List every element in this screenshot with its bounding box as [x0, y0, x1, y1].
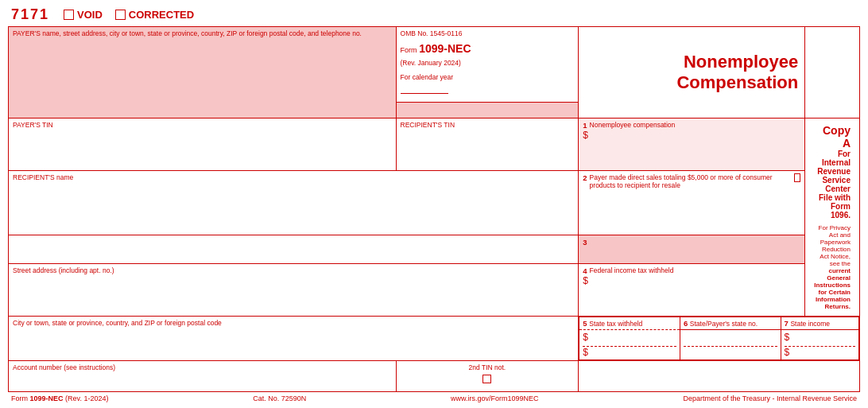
city-value [13, 327, 574, 344]
box7-label: State income [790, 320, 830, 328]
form-1099-nec: 1099-NEC [419, 46, 471, 54]
box7-dollar1: $ [785, 332, 856, 343]
box4-number: 4 [583, 266, 587, 275]
account-extra-cell [579, 361, 860, 392]
payer-tin-cell: PAYER'S TIN [9, 119, 397, 171]
nec-title: Nonemployee Compensation [585, 52, 798, 94]
year-underline [401, 84, 448, 94]
tin-not-label: 2nd TIN not. [401, 363, 575, 371]
payer-extra-cell [396, 103, 579, 119]
blank-left-cell [9, 235, 579, 263]
omb-nec-cell: OMB No. 1545-0116 Form 1099-NEC (Rev. Ja… [396, 27, 579, 103]
box5-label: State tax withheld [589, 320, 642, 328]
box4-dollar: $ [583, 275, 800, 286]
box2-label: Payer made direct sales totaling $5,000 … [590, 173, 792, 189]
payer-tin-value [13, 129, 392, 146]
row-recipient: RECIPIENT'S name 2 Payer made direct sal… [9, 171, 860, 235]
for-irs-label: For Internal Revenue [814, 150, 851, 176]
box6-value-cell [680, 330, 781, 360]
box1-cell: 1 Nonemployee compensation $ [579, 119, 805, 171]
street-address-cell: Street address (including apt. no.) [9, 263, 579, 316]
recipient-name-cell: RECIPIENT'S name [9, 171, 579, 235]
state-boxes-labels-row: 5 State tax withheld 6 State/Payer's sta… [579, 317, 859, 330]
main-form-table: PAYER'S name, street address, city or to… [8, 26, 860, 392]
privacy-note: For Privacy Act and Paperwork Reduction … [814, 224, 851, 310]
row-tin: PAYER'S TIN RECIPIENT'S TIN 1 Nonemploye… [9, 119, 860, 171]
state-boxes-table: 5 State tax withheld 6 State/Payer's sta… [579, 317, 859, 360]
corrected-checkbox[interactable] [115, 10, 126, 20]
box1-label-row: 1 Nonemployee compensation [583, 121, 800, 130]
form-text: Form [401, 46, 417, 54]
city-label: City or town, state or province, country… [13, 319, 574, 327]
box5-dollar1: $ [583, 332, 676, 343]
tin-not-checkbox[interactable] [482, 375, 491, 383]
box3-label-row: 3 [583, 238, 800, 247]
row-account: Account number (see instructions) 2nd TI… [9, 361, 860, 392]
row-payer-info: PAYER'S name, street address, city or to… [9, 27, 860, 103]
file-with-label: File with Form 1096. [814, 193, 851, 220]
box6-value2 [684, 347, 777, 358]
box6-label: State/Payer's state no. [690, 320, 758, 328]
box5-header-cell: 5 State tax withheld [579, 317, 680, 330]
row-street: Street address (including apt. no.) 4 Fe… [9, 263, 860, 316]
box6-value [684, 332, 777, 343]
box2-label-row: 2 Payer made direct sales totaling $5,00… [583, 173, 800, 189]
box3-cell: 3 [579, 235, 805, 263]
box5-dollar2: $ [583, 347, 676, 358]
tin-not-cell: 2nd TIN not. [396, 361, 579, 392]
street-address-value [13, 274, 574, 292]
footer-row1: Form 1099-NEC (Rev. 1-2024) Cat. No. 725… [8, 392, 860, 404]
nec-title-cell: Nonemployee Compensation [579, 27, 805, 119]
account-label: Account number (see instructions) [13, 363, 392, 371]
service-center-label: Service Center [814, 176, 851, 193]
copy-a-cell: Copy A For Internal Revenue Service Cent… [805, 119, 860, 317]
do-not-cut: Do Not Cut or Separate Forms on This Pag… [8, 404, 860, 408]
box1-label: Nonemployee compensation [590, 121, 676, 129]
box7-value-cell: $ $ [781, 330, 859, 360]
row-box3: 3 [9, 235, 860, 263]
void-checkbox-label[interactable]: VOID [64, 9, 103, 21]
form-name-block: Form 1099-NEC [401, 42, 575, 55]
footer-website: www.irs.gov/Form1099NEC [451, 394, 539, 402]
box4-cell: 4 Federal income tax withheld $ [579, 263, 805, 316]
corrected-checkbox-label[interactable]: CORRECTED [115, 9, 194, 21]
payer-tin-label: PAYER'S TIN [13, 121, 392, 129]
void-checkbox[interactable] [64, 10, 74, 20]
account-cell: Account number (see instructions) [9, 361, 397, 392]
recipient-tin-cell: RECIPIENT'S TIN [396, 119, 579, 171]
row-city: City or town, state or province, country… [9, 317, 860, 361]
void-label: VOID [77, 9, 103, 21]
corrected-label: CORRECTED [129, 9, 194, 21]
state-boxes-cell: 5 State tax withheld 6 State/Payer's sta… [579, 317, 860, 361]
top-header: 7171 VOID CORRECTED [8, 6, 860, 23]
payer-address-label: PAYER'S name, street address, city or to… [13, 29, 392, 37]
state-boxes-values-row: $ $ $ $ [579, 330, 859, 360]
box7-number: 7 [785, 319, 789, 328]
form-wrapper: 7171 VOID CORRECTED PAYER'S name, street… [0, 0, 868, 408]
recipient-tin-value [401, 129, 575, 146]
rev-date: (Rev. January 2024) [401, 59, 575, 67]
omb-number: OMB No. 1545-0116 [401, 29, 575, 37]
box5-value-cell: $ $ [579, 330, 680, 360]
box6-number: 6 [684, 319, 688, 328]
box5-number: 5 [583, 319, 587, 328]
recipient-name-label: RECIPIENT'S name [13, 173, 574, 181]
recipient-tin-label: RECIPIENT'S TIN [401, 121, 575, 129]
footer-cat: Cat. No. 72590N [253, 394, 306, 402]
account-value [13, 371, 392, 389]
box2-checkbox[interactable] [794, 173, 801, 182]
payer-address-cell: PAYER'S name, street address, city or to… [9, 27, 397, 119]
box3-number: 3 [583, 238, 587, 247]
copy-a-title: Copy A [814, 124, 851, 150]
footer-dept: Department of the Treasury - Internal Re… [683, 394, 857, 402]
street-address-label: Street address (including apt. no.) [13, 266, 574, 274]
box2-cell: 2 Payer made direct sales totaling $5,00… [579, 171, 805, 235]
box6-header-cell: 6 State/Payer's state no. [680, 317, 781, 330]
copy-a-block: Copy A For Internal Revenue Service Cent… [809, 121, 855, 313]
box4-label: Federal income tax withheld [590, 266, 674, 274]
void-corrected-section: VOID CORRECTED [64, 9, 194, 21]
box4-label-row: 4 Federal income tax withheld [583, 266, 800, 275]
box2-number: 2 [583, 173, 587, 182]
city-cell: City or town, state or province, country… [9, 317, 579, 361]
box1-number: 1 [583, 121, 587, 130]
